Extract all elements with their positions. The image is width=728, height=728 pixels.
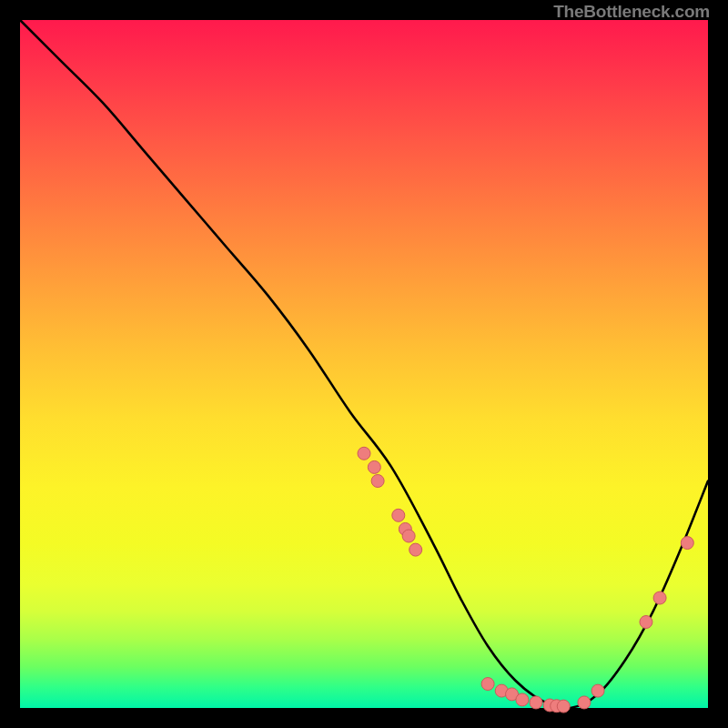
attribution-text: TheBottleneck.com <box>553 2 710 22</box>
chart-svg <box>20 20 708 708</box>
data-marker <box>358 447 370 460</box>
marker-layer <box>358 447 693 713</box>
data-marker <box>653 592 666 604</box>
data-marker <box>516 693 529 706</box>
curve-layer <box>20 20 708 708</box>
data-marker <box>368 460 380 473</box>
data-marker <box>402 530 415 542</box>
figure-root: TheBottleneck.com <box>0 0 728 728</box>
data-marker <box>578 696 591 709</box>
plot-area <box>20 20 708 708</box>
data-marker <box>640 616 652 629</box>
data-marker <box>410 543 422 556</box>
data-marker <box>681 537 693 550</box>
data-marker <box>481 678 494 691</box>
data-marker <box>557 700 570 713</box>
data-marker <box>371 475 384 488</box>
performance-curve <box>20 20 708 708</box>
data-marker <box>392 509 405 521</box>
data-marker <box>530 696 542 709</box>
data-marker <box>592 684 604 697</box>
